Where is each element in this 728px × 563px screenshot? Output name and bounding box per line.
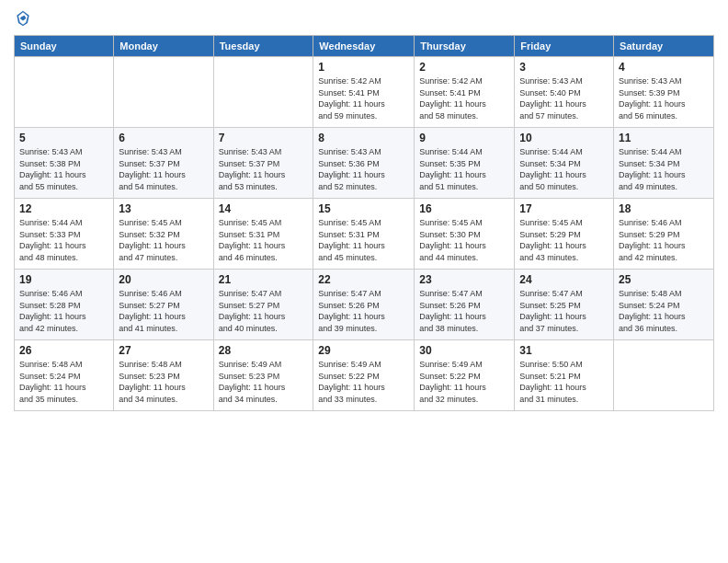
- cell-content: 10Sunrise: 5:44 AM Sunset: 5:34 PM Dayli…: [519, 132, 609, 194]
- calendar-cell: [614, 340, 714, 411]
- day-number: 31: [519, 344, 609, 357]
- cell-content: 23Sunrise: 5:47 AM Sunset: 5:26 PM Dayli…: [419, 273, 509, 336]
- calendar-cell: 17Sunrise: 5:45 AM Sunset: 5:29 PM Dayli…: [515, 199, 614, 270]
- logo: [14, 9, 36, 28]
- calendar-cell: 23Sunrise: 5:47 AM Sunset: 5:26 PM Dayli…: [415, 270, 515, 340]
- weekday-header: Saturday: [614, 36, 714, 57]
- cell-content: 14Sunrise: 5:45 AM Sunset: 5:31 PM Dayli…: [219, 202, 309, 265]
- calendar-cell: [15, 57, 114, 128]
- day-number: 7: [219, 132, 309, 144]
- day-info: Sunrise: 5:45 AM Sunset: 5:31 PM Dayligh…: [219, 217, 309, 263]
- day-info: Sunrise: 5:43 AM Sunset: 5:40 PM Dayligh…: [519, 75, 609, 121]
- logo-icon: [14, 9, 32, 28]
- day-number: 16: [419, 202, 509, 215]
- day-number: 5: [19, 132, 108, 144]
- day-info: Sunrise: 5:44 AM Sunset: 5:34 PM Dayligh…: [619, 146, 709, 192]
- calendar-cell: 21Sunrise: 5:47 AM Sunset: 5:27 PM Dayli…: [213, 270, 313, 340]
- day-info: Sunrise: 5:45 AM Sunset: 5:31 PM Dayligh…: [318, 217, 409, 263]
- weekday-header: Tuesday: [213, 36, 313, 57]
- day-info: Sunrise: 5:43 AM Sunset: 5:37 PM Dayligh…: [119, 146, 208, 192]
- day-number: 10: [519, 132, 609, 144]
- cell-content: [619, 344, 709, 407]
- day-number: 20: [119, 273, 208, 286]
- day-info: Sunrise: 5:49 AM Sunset: 5:22 PM Dayligh…: [419, 359, 509, 405]
- cell-content: 17Sunrise: 5:45 AM Sunset: 5:29 PM Dayli…: [519, 202, 609, 265]
- day-info: Sunrise: 5:47 AM Sunset: 5:26 PM Dayligh…: [419, 288, 509, 334]
- cell-content: 12Sunrise: 5:44 AM Sunset: 5:33 PM Dayli…: [19, 202, 108, 265]
- calendar-cell: 22Sunrise: 5:47 AM Sunset: 5:26 PM Dayli…: [313, 270, 415, 340]
- calendar-cell: 16Sunrise: 5:45 AM Sunset: 5:30 PM Dayli…: [415, 199, 515, 270]
- cell-content: 26Sunrise: 5:48 AM Sunset: 5:24 PM Dayli…: [19, 344, 108, 407]
- calendar-cell: 19Sunrise: 5:46 AM Sunset: 5:28 PM Dayli…: [15, 270, 114, 340]
- calendar-cell: 29Sunrise: 5:49 AM Sunset: 5:22 PM Dayli…: [313, 340, 415, 411]
- day-info: Sunrise: 5:49 AM Sunset: 5:22 PM Dayligh…: [318, 359, 409, 405]
- calendar-week-row: 1Sunrise: 5:42 AM Sunset: 5:41 PM Daylig…: [15, 57, 714, 128]
- day-number: 11: [619, 132, 709, 144]
- cell-content: 4Sunrise: 5:43 AM Sunset: 5:39 PM Daylig…: [619, 61, 709, 123]
- cell-content: 27Sunrise: 5:48 AM Sunset: 5:23 PM Dayli…: [119, 344, 208, 407]
- calendar-cell: 7Sunrise: 5:43 AM Sunset: 5:37 PM Daylig…: [213, 128, 313, 199]
- day-info: Sunrise: 5:43 AM Sunset: 5:37 PM Dayligh…: [219, 146, 309, 192]
- day-number: 13: [119, 202, 208, 215]
- cell-content: 20Sunrise: 5:46 AM Sunset: 5:27 PM Dayli…: [119, 273, 208, 336]
- calendar-cell: [114, 57, 213, 128]
- day-number: 4: [619, 61, 709, 74]
- day-number: 22: [318, 273, 409, 286]
- day-info: Sunrise: 5:46 AM Sunset: 5:29 PM Dayligh…: [619, 217, 709, 263]
- calendar-cell: 13Sunrise: 5:45 AM Sunset: 5:32 PM Dayli…: [114, 199, 213, 270]
- page: SundayMondayTuesdayWednesdayThursdayFrid…: [0, 0, 728, 563]
- day-info: Sunrise: 5:46 AM Sunset: 5:28 PM Dayligh…: [19, 288, 108, 334]
- day-number: 24: [519, 273, 609, 286]
- weekday-header-row: SundayMondayTuesdayWednesdayThursdayFrid…: [15, 36, 714, 57]
- calendar-cell: 10Sunrise: 5:44 AM Sunset: 5:34 PM Dayli…: [515, 128, 614, 199]
- day-info: Sunrise: 5:42 AM Sunset: 5:41 PM Dayligh…: [318, 75, 409, 121]
- calendar-cell: 26Sunrise: 5:48 AM Sunset: 5:24 PM Dayli…: [15, 340, 114, 411]
- day-info: Sunrise: 5:44 AM Sunset: 5:35 PM Dayligh…: [419, 146, 509, 192]
- cell-content: [119, 61, 208, 123]
- cell-content: 19Sunrise: 5:46 AM Sunset: 5:28 PM Dayli…: [19, 273, 108, 336]
- day-number: 1: [318, 61, 409, 74]
- day-number: 2: [419, 61, 509, 74]
- cell-content: 18Sunrise: 5:46 AM Sunset: 5:29 PM Dayli…: [619, 202, 709, 265]
- day-number: 27: [119, 344, 208, 357]
- day-info: Sunrise: 5:50 AM Sunset: 5:21 PM Dayligh…: [519, 359, 609, 405]
- calendar-cell: 27Sunrise: 5:48 AM Sunset: 5:23 PM Dayli…: [114, 340, 213, 411]
- cell-content: 24Sunrise: 5:47 AM Sunset: 5:25 PM Dayli…: [519, 273, 609, 336]
- day-number: 21: [219, 273, 309, 286]
- day-number: 23: [419, 273, 509, 286]
- day-info: Sunrise: 5:45 AM Sunset: 5:30 PM Dayligh…: [419, 217, 509, 263]
- day-info: Sunrise: 5:46 AM Sunset: 5:27 PM Dayligh…: [119, 288, 208, 334]
- day-number: 29: [318, 344, 409, 357]
- day-number: 26: [19, 344, 108, 357]
- cell-content: [219, 61, 309, 123]
- cell-content: 8Sunrise: 5:43 AM Sunset: 5:36 PM Daylig…: [318, 132, 409, 194]
- calendar-cell: 9Sunrise: 5:44 AM Sunset: 5:35 PM Daylig…: [415, 128, 515, 199]
- calendar-week-row: 26Sunrise: 5:48 AM Sunset: 5:24 PM Dayli…: [15, 340, 714, 411]
- calendar-cell: 6Sunrise: 5:43 AM Sunset: 5:37 PM Daylig…: [114, 128, 213, 199]
- cell-content: 15Sunrise: 5:45 AM Sunset: 5:31 PM Dayli…: [318, 202, 409, 265]
- calendar-cell: 11Sunrise: 5:44 AM Sunset: 5:34 PM Dayli…: [614, 128, 714, 199]
- day-number: 30: [419, 344, 509, 357]
- calendar-cell: 18Sunrise: 5:46 AM Sunset: 5:29 PM Dayli…: [614, 199, 714, 270]
- calendar-cell: 24Sunrise: 5:47 AM Sunset: 5:25 PM Dayli…: [515, 270, 614, 340]
- calendar-cell: 1Sunrise: 5:42 AM Sunset: 5:41 PM Daylig…: [313, 57, 415, 128]
- calendar-week-row: 5Sunrise: 5:43 AM Sunset: 5:38 PM Daylig…: [15, 128, 714, 199]
- day-info: Sunrise: 5:48 AM Sunset: 5:24 PM Dayligh…: [619, 288, 709, 334]
- day-info: Sunrise: 5:42 AM Sunset: 5:41 PM Dayligh…: [419, 75, 509, 121]
- calendar-week-row: 19Sunrise: 5:46 AM Sunset: 5:28 PM Dayli…: [15, 270, 714, 340]
- day-info: Sunrise: 5:44 AM Sunset: 5:34 PM Dayligh…: [519, 146, 609, 192]
- day-number: 14: [219, 202, 309, 215]
- day-number: 9: [419, 132, 509, 144]
- calendar-cell: 2Sunrise: 5:42 AM Sunset: 5:41 PM Daylig…: [415, 57, 515, 128]
- calendar-cell: [213, 57, 313, 128]
- cell-content: 6Sunrise: 5:43 AM Sunset: 5:37 PM Daylig…: [119, 132, 208, 194]
- cell-content: 21Sunrise: 5:47 AM Sunset: 5:27 PM Dayli…: [219, 273, 309, 336]
- day-number: 17: [519, 202, 609, 215]
- day-info: Sunrise: 5:47 AM Sunset: 5:26 PM Dayligh…: [318, 288, 409, 334]
- day-info: Sunrise: 5:44 AM Sunset: 5:33 PM Dayligh…: [19, 217, 108, 263]
- cell-content: 25Sunrise: 5:48 AM Sunset: 5:24 PM Dayli…: [619, 273, 709, 336]
- day-number: 18: [619, 202, 709, 215]
- weekday-header: Thursday: [415, 36, 515, 57]
- day-info: Sunrise: 5:48 AM Sunset: 5:23 PM Dayligh…: [119, 359, 208, 405]
- weekday-header: Friday: [515, 36, 614, 57]
